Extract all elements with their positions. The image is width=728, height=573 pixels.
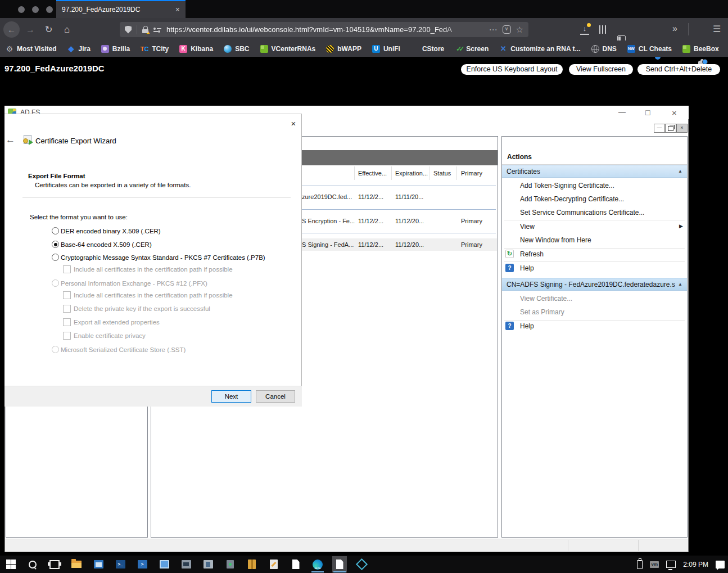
- action-set-as-primary[interactable]: Set as Primary: [520, 308, 564, 316]
- send-ctrl-alt-delete-button[interactable]: Send Ctrl+Alt+Delete: [637, 64, 720, 75]
- bookmark-dns[interactable]: DNS: [591, 45, 617, 53]
- bookmark-sbc[interactable]: SBC: [224, 45, 249, 53]
- cert-row-expiration[interactable]: 11/12/20...: [395, 218, 424, 224]
- taskbar-powershell-ise[interactable]: >: [135, 556, 150, 572]
- bookmark-beebox[interactable]: BeeBox: [682, 45, 719, 53]
- action-refresh[interactable]: Refresh: [520, 250, 544, 258]
- taskbar-adfs-management[interactable]: [201, 556, 215, 572]
- bookmark-screen[interactable]: ✓✓Screen: [455, 45, 489, 53]
- cert-row-name[interactable]: zure2019DC.fed...: [302, 193, 352, 200]
- mmc-child-restore-button[interactable]: [665, 124, 676, 133]
- downloads-icon[interactable]: ↓: [580, 25, 589, 35]
- bookmark-bwapp[interactable]: bWAPP: [326, 45, 361, 53]
- task-view-button[interactable]: [47, 556, 62, 572]
- action-set-service-communications[interactable]: Set Service Communications Certificate..…: [520, 209, 644, 216]
- permissions-icon[interactable]: [153, 26, 161, 33]
- url-text[interactable]: https://vcenter.ddilabs.io/ui/webconsole…: [166, 25, 484, 34]
- bookmark-cl-cheats[interactable]: NWCL Cheats: [627, 45, 672, 53]
- action-add-token-decrypting[interactable]: Add Token-Decrypting Certificate...: [520, 195, 624, 203]
- usb-tray-icon[interactable]: [637, 560, 643, 569]
- taskbar-file-explorer[interactable]: [69, 556, 84, 572]
- radio-der[interactable]: [52, 227, 59, 234]
- bookmark-cstore[interactable]: CStore: [411, 45, 444, 53]
- taskbar-active-document[interactable]: [332, 556, 347, 572]
- notification-center-icon[interactable]: [716, 561, 725, 569]
- tracking-shield-icon[interactable]: [125, 26, 132, 34]
- action-add-token-signing[interactable]: Add Token-Signing Certificate...: [520, 182, 614, 190]
- cert-row-effective[interactable]: 11/12/2...: [358, 241, 383, 248]
- reload-button[interactable]: ↻: [45, 24, 52, 35]
- wizard-close-icon[interactable]: ×: [286, 117, 301, 130]
- radio-pkcs7-label[interactable]: Cryptographic Message Syntax Standard - …: [61, 254, 265, 261]
- menu-hamburger-icon[interactable]: ☰: [713, 24, 721, 34]
- action-view[interactable]: View: [520, 223, 535, 231]
- vmware-tools-tray-icon[interactable]: vm: [650, 561, 659, 568]
- column-effective[interactable]: Effective...: [358, 170, 387, 177]
- pocket-icon[interactable]: ∨: [503, 25, 511, 34]
- taskbar-search-button[interactable]: [25, 556, 40, 572]
- bookmark-jira[interactable]: ◆Jira: [67, 45, 90, 53]
- action-new-window[interactable]: New Window from Here: [520, 236, 591, 244]
- actions-group-selected-cert[interactable]: CN=ADFS Signing - FedAzure2019DC.federat…: [502, 278, 687, 291]
- adfs-close-icon[interactable]: ×: [672, 108, 677, 118]
- toolbar-overflow-icon[interactable]: »: [672, 24, 677, 34]
- bookmark-unifi[interactable]: UUniFi: [372, 45, 400, 53]
- back-button[interactable]: ←: [3, 21, 20, 38]
- lock-warning-icon[interactable]: ▲: [142, 26, 148, 33]
- taskbar-clock[interactable]: 2:09 PM: [683, 561, 708, 569]
- taskbar-notepad[interactable]: [288, 556, 303, 572]
- cert-row-expiration[interactable]: 11/11/20...: [395, 193, 423, 200]
- taskbar-event-viewer[interactable]: [245, 556, 259, 572]
- bookmark-bzilla[interactable]: Bzilla: [101, 45, 130, 53]
- taskbar-remote-desktop[interactable]: [179, 556, 193, 572]
- bookmark-tcity[interactable]: TCTCity: [141, 45, 169, 53]
- action-view-certificate[interactable]: View Certificate...: [520, 295, 572, 303]
- mac-zoom-button[interactable]: [46, 6, 53, 13]
- collapse-caret-icon[interactable]: ▲: [678, 282, 682, 287]
- taskbar-edge-beta[interactable]: BETA: [310, 556, 325, 572]
- cert-row-name[interactable]: S Encryption - Fe...: [302, 218, 355, 224]
- taskbar-wizard-app[interactable]: [354, 556, 369, 572]
- library-icon[interactable]: [599, 25, 608, 34]
- url-bar[interactable]: ▲ https://vcenter.ddilabs.io/ui/webconso…: [120, 22, 528, 37]
- mac-close-button[interactable]: [18, 6, 25, 13]
- action-help-cn[interactable]: Help: [520, 322, 534, 330]
- taskbar-powershell[interactable]: >_: [113, 556, 128, 572]
- radio-pkcs7[interactable]: [52, 254, 59, 261]
- cert-row-effective[interactable]: 11/12/2...: [358, 193, 383, 200]
- cert-row-effective[interactable]: 11/12/2...: [358, 218, 383, 224]
- action-help-certificates[interactable]: Help: [520, 264, 534, 272]
- taskbar-server-manager[interactable]: [91, 556, 106, 572]
- bookmark-vcenterrnas[interactable]: VCenterRNAs: [260, 45, 316, 53]
- cert-row-name[interactable]: S Signing - FedA...: [302, 241, 354, 248]
- bookmark-customize-rna[interactable]: ✕Customize an RNA t...: [499, 45, 580, 53]
- bookmark-kibana[interactable]: KKibana: [179, 45, 213, 53]
- page-actions-icon[interactable]: ⋯: [489, 25, 498, 35]
- radio-der-label[interactable]: DER encoded binary X.509 (.CER): [61, 228, 161, 234]
- next-button[interactable]: Next: [211, 390, 251, 403]
- forward-button[interactable]: →: [26, 25, 35, 35]
- cert-row-primary[interactable]: Primary: [461, 241, 482, 248]
- start-button[interactable]: [3, 556, 18, 572]
- taskbar-ad-users-tool[interactable]: [223, 556, 237, 572]
- adfs-maximize-icon[interactable]: □: [645, 108, 650, 117]
- radio-base64[interactable]: [52, 241, 59, 248]
- mmc-child-minimize-button[interactable]: —: [654, 124, 665, 133]
- column-expiration[interactable]: Expiration...: [395, 170, 428, 177]
- column-primary[interactable]: Primary: [461, 170, 482, 177]
- cert-row-expiration[interactable]: 11/12/20...: [395, 241, 424, 248]
- mac-minimize-button[interactable]: [32, 6, 39, 13]
- wizard-back-icon[interactable]: ←: [6, 134, 15, 146]
- view-fullscreen-button[interactable]: View Fullscreen: [569, 64, 633, 75]
- cancel-button[interactable]: Cancel: [256, 390, 295, 403]
- column-status[interactable]: Status: [433, 170, 451, 177]
- taskbar-window-app[interactable]: [157, 556, 171, 572]
- network-tray-icon[interactable]: [666, 561, 676, 568]
- cert-row-primary[interactable]: Primary: [461, 218, 482, 224]
- enforce-keyboard-button[interactable]: Enforce US Keyboard Layout: [461, 64, 563, 75]
- bookmark-star-icon[interactable]: ☆: [516, 25, 523, 35]
- adfs-minimize-icon[interactable]: —: [618, 108, 626, 116]
- radio-base64-label[interactable]: Base-64 encoded X.509 (.CER): [61, 241, 152, 248]
- taskbar-tools-app[interactable]: [266, 556, 281, 572]
- bookmark-most-visited[interactable]: ⚙Most Visited: [6, 45, 56, 53]
